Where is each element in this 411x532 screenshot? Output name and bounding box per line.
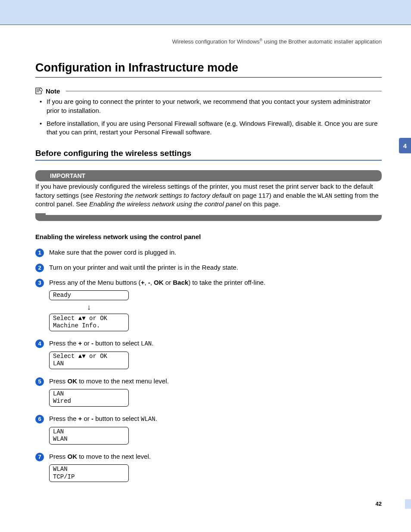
note-list: If you are going to connect the printer … [35, 97, 382, 137]
page-number-tab [405, 499, 411, 509]
lcd-display: LAN Wired [49, 389, 129, 407]
chapter-tab: 4 [399, 138, 411, 153]
lcd-display: Select ▲▼ or OK Machine Info. [49, 314, 129, 331]
step-number-icon: 3 [35, 279, 44, 287]
subsection-heading: Enabling the wireless network using the … [35, 233, 382, 240]
step-number-icon: 4 [35, 339, 44, 348]
lcd-display: WLAN TCP/IP [49, 464, 129, 482]
step-number-icon: 5 [35, 377, 44, 386]
note-item: If you are going to connect the printer … [41, 97, 382, 115]
important-body: If you have previously configured the wi… [35, 182, 382, 208]
note-rule [66, 91, 382, 91]
reference-link[interactable]: Enabling the wireless network using the … [89, 200, 242, 208]
running-header: Wireless configuration for Windows® usin… [0, 25, 411, 45]
page-title: Configuration in Infrastructure mode [35, 61, 382, 75]
step-7: 7 Press OK to move to the next level. WL… [35, 452, 382, 484]
note-icon [35, 87, 43, 95]
step-number-icon: 6 [35, 415, 44, 423]
step-2: 2 Turn on your printer and wait until th… [35, 263, 382, 272]
step-1: 1 Make sure that the power cord is plugg… [35, 248, 382, 257]
page-number: 42 [376, 501, 382, 507]
step-6: 6 Press the + or - button to select WLAN… [35, 414, 382, 446]
section-heading: Before configuring the wireless settings [35, 149, 382, 158]
step-number-icon: 1 [35, 249, 44, 257]
important-bar: IMPORTANT [35, 170, 382, 181]
header-left: Wireless configuration for Windows [172, 38, 260, 45]
title-rule [35, 77, 382, 78]
lcd-display: LAN WLAN [49, 427, 129, 445]
step-number-icon: 7 [35, 453, 44, 461]
note-item: Before installation, if you are using Pe… [41, 119, 382, 137]
important-footer-bar [35, 215, 382, 221]
down-arrow-icon: ↓ [49, 300, 129, 313]
lcd-display: Ready [49, 290, 129, 301]
top-band [0, 0, 411, 25]
step-number-icon: 2 [35, 264, 44, 272]
note-title: Note [46, 87, 60, 95]
step-4: 4 Press the + or - button to select LAN.… [35, 339, 382, 371]
lcd-display: Select ▲▼ or OK LAN [49, 352, 129, 369]
section-rule [35, 160, 382, 161]
step-3: 3 Press any of the Menu buttons (+, -, O… [35, 278, 382, 333]
note-block: Note If you are going to connect the pri… [35, 87, 382, 137]
header-right: using the Brother automatic installer ap… [262, 38, 382, 45]
reference-link[interactable]: Restoring the network settings to factor… [95, 192, 231, 199]
step-5: 5 Press OK to move to the next menu leve… [35, 377, 382, 408]
